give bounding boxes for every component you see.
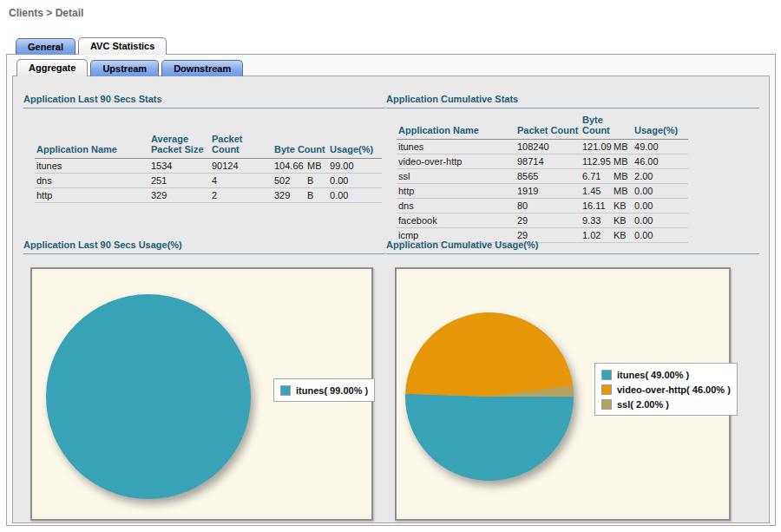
last90-stats-table: Application Name Average Packet Size Pac… [35, 132, 382, 203]
packet-count-cell: 4 [210, 174, 272, 188]
tab-avc-statistics[interactable]: AVC Statistics [78, 37, 167, 55]
legend-label: itunes( 99.00% ) [296, 385, 368, 396]
byte-count-cell: 502 [272, 174, 305, 188]
chart-legend: itunes( 49.00% ) video-over-http( 46.00%… [594, 363, 738, 416]
byte-unit-cell: MB [305, 159, 328, 174]
packet-count-cell: 80 [515, 199, 581, 213]
app-name-cell: video-over-http [397, 154, 515, 169]
legend-color-swatch [601, 399, 612, 410]
avg-packet-size-cell: 1534 [149, 159, 210, 174]
legend-color-swatch [601, 370, 612, 380]
app-name-cell: dns [397, 199, 515, 213]
legend-label: ssl( 2.00% ) [617, 399, 669, 410]
aggregate-panel: Application Last 90 Secs Stats Applicati… [12, 76, 770, 523]
byte-count-cell: 16.11 [581, 199, 612, 213]
main-tab-bar: General AVC Statistics [16, 37, 169, 55]
last90-usage-title: Application Last 90 Secs Usage(%) [23, 240, 385, 254]
subtab-upstream[interactable]: Upstream [90, 60, 159, 76]
subtab-aggregate[interactable]: Aggregate [16, 59, 88, 76]
byte-count-cell: 329 [272, 188, 305, 203]
col-byte-count: Byte Count [581, 113, 633, 140]
app-name-cell: http [397, 184, 515, 199]
table-header-row: Application Name Packet Count Byte Count… [397, 113, 688, 140]
app-name-cell: itunes [397, 140, 515, 154]
table-row: video-over-http 98714 112.95 MB 46.00 [397, 154, 688, 169]
cumulative-stats-table: Application Name Packet Count Byte Count… [397, 113, 688, 243]
col-usage: Usage(%) [633, 113, 688, 140]
breadcrumb: Clients > Detail [9, 7, 83, 19]
byte-unit-cell: MB [612, 154, 633, 169]
packet-count-cell: 8565 [515, 169, 581, 184]
byte-unit-cell: KB [612, 199, 633, 213]
avc-statistics-panel: Aggregate Upstream Downstream Applicatio… [6, 54, 776, 526]
app-name-cell: ssl [397, 169, 515, 184]
usage-cell: 2.00 [633, 169, 688, 184]
table-row: itunes 1534 90124 104.66 MB 99.00 [35, 159, 382, 174]
legend-item: video-over-http( 46.00% ) [601, 382, 731, 397]
byte-unit-cell: MB [612, 184, 633, 199]
packet-count-cell: 98714 [515, 154, 581, 169]
byte-count-cell: 1.45 [581, 184, 612, 199]
app-name-cell: itunes [35, 159, 149, 174]
legend-item: itunes( 49.00% ) [601, 367, 731, 382]
cumulative-stats-title: Application Cumulative Stats [386, 94, 759, 108]
pie-slice-video-over-http [405, 312, 573, 397]
app-name-cell: dns [35, 174, 149, 188]
col-usage: Usage(%) [328, 132, 382, 159]
byte-count-cell: 121.09 [581, 140, 612, 154]
pie-slice-itunes [46, 294, 251, 499]
byte-unit-cell: MB [612, 140, 633, 154]
table-row: itunes 108240 121.09 MB 49.00 [397, 140, 688, 154]
legend-color-swatch [280, 385, 291, 396]
legend-item: itunes( 99.00% ) [280, 383, 368, 397]
table-row: facebook 29 9.33 KB 0.00 [397, 213, 688, 228]
avg-packet-size-cell: 329 [149, 188, 210, 203]
usage-cell: 0.00 [328, 174, 382, 188]
usage-cell: 0.00 [633, 199, 688, 213]
app-name-cell: http [35, 188, 149, 203]
legend-color-swatch [601, 384, 612, 395]
avc-sub-tab-bar: Aggregate Upstream Downstream [16, 60, 246, 76]
usage-cell: 0.00 [633, 184, 688, 199]
table-row: dns 80 16.11 KB 0.00 [397, 199, 688, 213]
packet-count-cell: 2 [210, 188, 272, 203]
usage-cell: 0.00 [633, 213, 688, 228]
col-application-name: Application Name [35, 132, 149, 159]
tab-general[interactable]: General [16, 38, 75, 55]
table-header-row: Application Name Average Packet Size Pac… [35, 132, 382, 159]
byte-count-cell: 9.33 [581, 213, 612, 228]
byte-count-cell: 6.71 [581, 169, 612, 184]
table-row: http 329 2 329 B 0.00 [35, 188, 382, 203]
byte-unit-cell: B [305, 174, 328, 188]
col-packet-count: Packet Count [515, 113, 581, 140]
table-row: dns 251 4 502 B 0.00 [35, 174, 382, 188]
col-average-packet-size: Average Packet Size [149, 132, 210, 159]
table-row: ssl 8565 6.71 MB 2.00 [397, 169, 688, 184]
col-packet-count: Packet Count [210, 132, 272, 159]
col-application-name: Application Name [397, 113, 515, 140]
byte-count-cell: 112.95 [581, 154, 612, 169]
col-byte-count: Byte Count [272, 132, 328, 159]
byte-unit-cell: KB [612, 213, 633, 228]
packet-count-cell: 108240 [515, 140, 581, 154]
legend-label: video-over-http( 46.00% ) [617, 384, 731, 395]
pie-slice-itunes [405, 394, 574, 481]
usage-cell: 49.00 [633, 140, 688, 154]
usage-cell: 99.00 [328, 159, 382, 174]
packet-count-cell: 29 [515, 213, 581, 228]
packet-count-cell: 90124 [210, 159, 272, 174]
legend-label: itunes( 49.00% ) [617, 370, 689, 380]
usage-cell: 46.00 [633, 154, 688, 169]
byte-count-cell: 104.66 [272, 159, 305, 174]
subtab-downstream[interactable]: Downstream [161, 60, 243, 76]
avg-packet-size-cell: 251 [149, 174, 210, 188]
last90-usage-chart-panel: itunes( 99.00% ) [30, 267, 373, 521]
app-name-cell: facebook [397, 213, 515, 228]
cumulative-usage-title: Application Cumulative Usage(%) [386, 240, 759, 254]
packet-count-cell: 1919 [515, 184, 581, 199]
byte-unit-cell: B [305, 188, 328, 203]
table-row: http 1919 1.45 MB 0.00 [397, 184, 688, 199]
cumulative-usage-chart-panel: itunes( 49.00% ) video-over-http( 46.00%… [395, 267, 731, 521]
last90-stats-title: Application Last 90 Secs Stats [23, 94, 385, 108]
usage-cell: 0.00 [328, 188, 382, 203]
